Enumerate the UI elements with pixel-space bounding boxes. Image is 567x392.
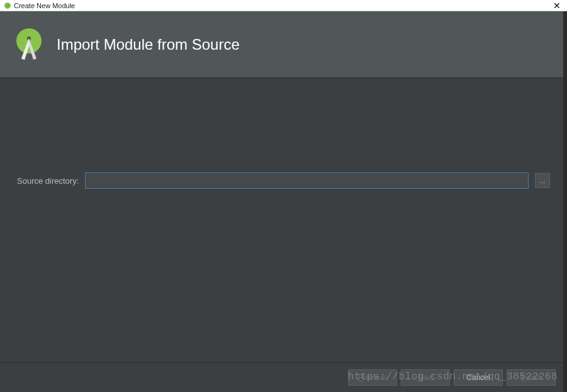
android-studio-icon bbox=[14, 27, 44, 62]
next-label-rest: ext bbox=[423, 373, 433, 382]
previous-label-rest: revious bbox=[363, 373, 388, 382]
footer-button-bar: Previous Next Cancel Finish bbox=[0, 362, 567, 392]
right-border bbox=[563, 11, 567, 392]
cancel-button[interactable]: Cancel bbox=[454, 369, 503, 386]
finish-label-rest: inish bbox=[525, 373, 541, 382]
header-banner: Import Module from Source bbox=[0, 11, 567, 78]
title-bar-left: Create New Module bbox=[4, 2, 75, 9]
next-button[interactable]: Next bbox=[401, 369, 450, 386]
finish-button[interactable]: Finish bbox=[507, 369, 556, 386]
close-icon[interactable]: ✕ bbox=[551, 1, 563, 11]
previous-button[interactable]: Previous bbox=[348, 369, 397, 386]
window-title: Create New Module bbox=[14, 2, 75, 9]
title-bar: Create New Module ✕ bbox=[0, 0, 567, 11]
source-directory-label: Source directory: bbox=[17, 176, 79, 186]
page-title: Import Module from Source bbox=[57, 36, 240, 53]
app-icon bbox=[4, 2, 11, 9]
source-directory-row: Source directory: ... bbox=[17, 172, 550, 189]
source-directory-input[interactable] bbox=[85, 172, 529, 189]
browse-button[interactable]: ... bbox=[535, 173, 550, 188]
svg-point-0 bbox=[4, 3, 11, 9]
main-content: Source directory: ... bbox=[0, 78, 567, 362]
